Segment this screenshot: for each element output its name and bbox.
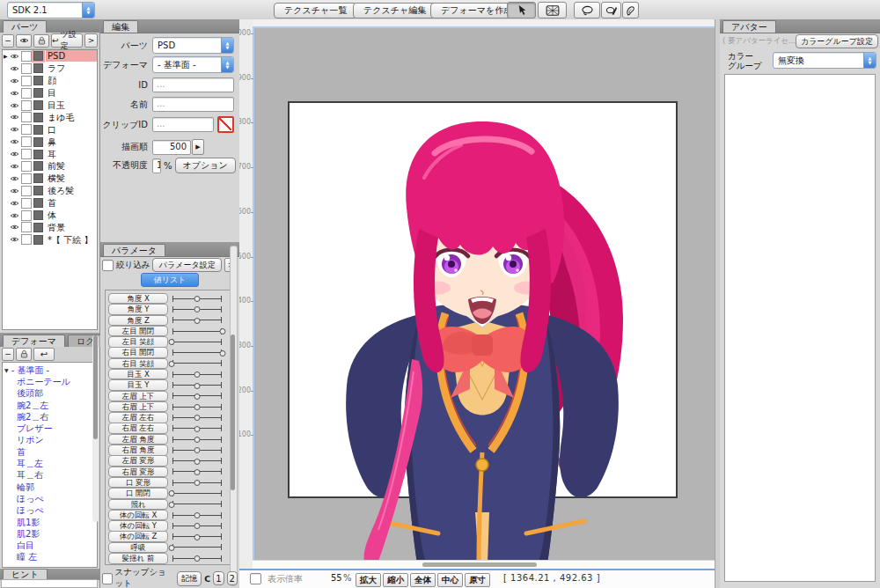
parameter-slider[interactable] — [172, 316, 223, 325]
parameter-slider[interactable] — [172, 392, 223, 401]
slider-handle[interactable] — [220, 350, 226, 356]
part-lock-checkbox[interactable] — [21, 63, 32, 74]
deformer-list-item[interactable]: ▼ 肌1影 — [3, 517, 97, 528]
page-2-button[interactable]: 2 — [227, 571, 238, 585]
tab-avatar[interactable]: アバター — [722, 20, 776, 33]
slider-handle[interactable] — [194, 415, 201, 421]
parameter-slider[interactable] — [172, 337, 223, 346]
parameter-slider[interactable] — [172, 435, 223, 444]
deformer-list-item[interactable]: ▼ 耳＿左 — [3, 458, 97, 469]
parameter-name-button[interactable]: 呼吸 — [108, 542, 168, 554]
slider-handle[interactable] — [169, 545, 175, 551]
parameter-name-button[interactable]: 髪揺れ 前 — [108, 553, 168, 564]
parameter-name-button[interactable]: 左目 笑顔 — [108, 336, 168, 348]
parameter-name-button[interactable]: 右眉 角度 — [108, 445, 168, 456]
parameter-slider[interactable] — [172, 511, 223, 519]
part-lock-checkbox[interactable] — [21, 173, 32, 184]
tab-deformer[interactable]: デフォーマ — [3, 334, 65, 347]
parameter-name-button[interactable]: 左眉 左右 — [108, 412, 168, 423]
visibility-eye-icon[interactable] — [10, 77, 21, 85]
filter-checkbox[interactable] — [102, 260, 114, 271]
part-lock-checkbox[interactable] — [21, 234, 32, 245]
slider-handle[interactable] — [194, 393, 201, 400]
clip-id-field[interactable]: ... — [152, 117, 214, 132]
parameter-name-button[interactable]: 目玉 Y — [108, 379, 168, 391]
draw-order-stepper-button[interactable]: ▶ — [192, 139, 204, 155]
parameter-slider[interactable] — [172, 413, 223, 422]
visibility-eye-icon[interactable] — [10, 199, 21, 208]
parts-list-item[interactable]: ▶ 体 — [3, 209, 97, 222]
deformer-select[interactable]: - 基準面 - ▲▼ — [152, 56, 234, 73]
parameter-name-button[interactable]: 右眉 変形 — [108, 467, 168, 478]
part-lock-checkbox[interactable] — [21, 51, 32, 62]
draw-order-field[interactable]: 500 — [152, 140, 191, 155]
deformer-list-item[interactable]: ▼ ほっぺ — [3, 505, 97, 517]
slider-handle[interactable] — [194, 296, 201, 302]
brush-tool-button[interactable] — [622, 2, 639, 18]
avatar-list-area[interactable] — [724, 74, 876, 582]
zoom-control-button[interactable]: 拡大 — [356, 573, 381, 587]
parameter-name-button[interactable]: 左眉 変形 — [108, 455, 168, 467]
visibility-eye-icon[interactable] — [10, 52, 21, 61]
parameter-name-button[interactable]: 目玉 X — [108, 369, 168, 380]
deformer-list-item[interactable]: ▼ ポニーテール — [3, 376, 97, 387]
slider-handle[interactable] — [194, 318, 201, 324]
parts-list-item[interactable]: ▶ 背景 — [3, 221, 97, 233]
part-lock-checkbox[interactable] — [21, 124, 32, 135]
slider-handle[interactable] — [169, 339, 175, 345]
parts-list-item[interactable]: ▶ 鼻 — [3, 136, 97, 148]
visibility-eye-icon[interactable] — [10, 137, 21, 146]
texture-edit-button[interactable]: テクスチャ編集 — [353, 3, 436, 18]
name-field[interactable]: ... — [152, 97, 234, 112]
slider-handle[interactable] — [169, 490, 175, 496]
parts-list-item[interactable]: ▶ 横髪 — [3, 173, 97, 185]
slider-handle[interactable] — [194, 555, 201, 562]
lock-toggle-button[interactable] — [16, 348, 32, 361]
parameter-slider[interactable] — [172, 457, 223, 466]
deformer-list-item[interactable]: ▼ 白目 — [3, 540, 97, 551]
parts-list-item[interactable]: ▶ 後ろ髪 — [3, 185, 97, 197]
deformer-list-item[interactable]: ▼ 腕2＿左 — [3, 400, 97, 411]
lasso-pen-tool-button[interactable] — [601, 2, 621, 18]
scrollbar-thumb[interactable] — [231, 334, 235, 490]
texture-list-button[interactable]: テクスチャ一覧 — [274, 3, 357, 18]
slider-handle[interactable] — [194, 459, 201, 465]
parameter-slider[interactable] — [172, 533, 223, 541]
parts-list-item[interactable]: ▶ 首 — [3, 197, 97, 209]
part-lock-checkbox[interactable] — [21, 88, 32, 99]
opacity-field[interactable]: 100 — [152, 158, 161, 173]
parameter-name-button[interactable]: 体の回転 X — [108, 510, 168, 521]
deformer-vertical-scrollbar[interactable] — [92, 335, 99, 522]
lasso-tool-button[interactable] — [574, 2, 600, 18]
deformer-list-item[interactable]: ▼ 耳＿右 — [3, 470, 97, 481]
slider-handle[interactable] — [194, 371, 201, 378]
parameter-slider[interactable] — [172, 521, 223, 530]
parameter-name-button[interactable]: 角度 X — [108, 293, 168, 305]
collapse-all-button[interactable]: − — [2, 348, 14, 361]
visibility-eye-icon[interactable] — [10, 162, 21, 171]
parts-list-item[interactable]: ▶ 口 — [3, 123, 97, 136]
snapshot-checkbox[interactable] — [102, 573, 113, 584]
slider-handle[interactable] — [220, 328, 226, 334]
value-list-button[interactable]: 値リスト — [141, 273, 199, 287]
part-lock-checkbox[interactable] — [21, 161, 32, 172]
slider-handle[interactable] — [169, 502, 175, 508]
parameter-slider[interactable] — [172, 305, 223, 313]
deformer-list-item[interactable]: ▼ 後頭部 — [3, 388, 97, 400]
page-1-button[interactable]: 1 — [213, 571, 224, 585]
parts-select[interactable]: PSD ▲▼ — [152, 37, 234, 54]
expand-arrow-icon[interactable]: ▶ — [4, 53, 10, 59]
parameter-name-button[interactable]: 左眉 上下 — [108, 391, 168, 402]
parameter-vertical-scrollbar[interactable] — [230, 246, 238, 586]
undo-history-button[interactable]: ↩ — [33, 348, 55, 361]
visibility-eye-icon[interactable] — [10, 101, 21, 110]
parameter-name-button[interactable]: 口 開閉 — [108, 488, 168, 499]
collapse-all-button[interactable]: − — [2, 34, 14, 48]
deformer-list-item[interactable]: ▼ ほっぺ — [3, 493, 97, 504]
parameter-slider[interactable] — [172, 543, 223, 552]
status-checkbox[interactable] — [250, 573, 261, 584]
visibility-eye-icon[interactable] — [10, 235, 21, 244]
part-lock-checkbox[interactable] — [21, 149, 32, 159]
parameter-name-button[interactable]: 左目 開閉 — [108, 326, 168, 337]
parts-list-item[interactable]: ▶ 目玉 — [3, 99, 97, 112]
